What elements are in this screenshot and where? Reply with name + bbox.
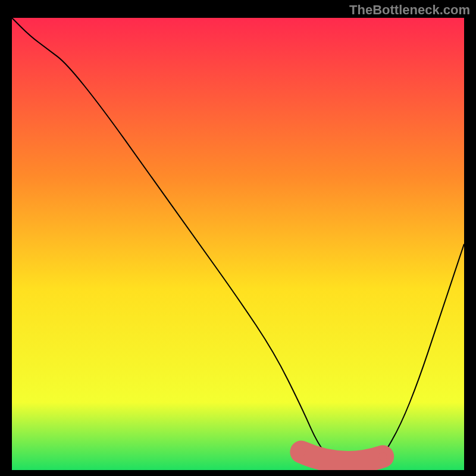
watermark-text: TheBottleneck.com bbox=[349, 2, 470, 18]
accent-dot-right bbox=[378, 452, 387, 461]
bottleneck-chart bbox=[12, 18, 464, 470]
bottom-accent bbox=[301, 452, 383, 462]
accent-dot-left bbox=[298, 448, 306, 456]
gradient-background bbox=[12, 18, 464, 470]
